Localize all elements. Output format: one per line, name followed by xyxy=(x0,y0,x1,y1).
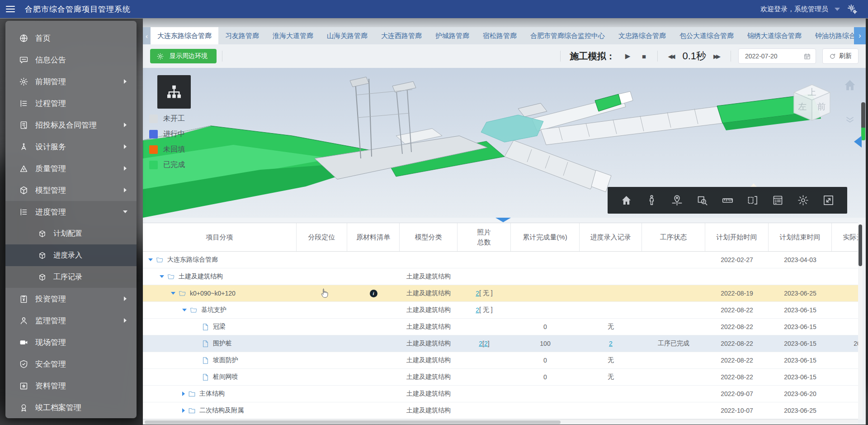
sidebar-item-16[interactable]: 安全管理 xyxy=(5,353,137,375)
sidebar-item-2[interactable]: 信息公告 xyxy=(5,49,137,71)
photo-count-link[interactable]: 2 xyxy=(476,290,479,297)
node-name[interactable]: 冠梁 xyxy=(213,323,226,331)
sidebar-item-label: 进度管理 xyxy=(35,207,66,217)
zoom-area-icon[interactable] xyxy=(696,194,708,206)
play-icon[interactable]: ▶ xyxy=(619,49,636,63)
sidebar-item-13[interactable]: 投资管理 xyxy=(5,288,137,310)
table-row-二次结构及附属[interactable]: 二次结构及附属土建及建筑结构2022-10-072023-06-25 xyxy=(143,402,858,419)
sidebar-item-18[interactable]: 竣工档案管理 xyxy=(5,396,137,418)
photo-count-link[interactable]: 2 xyxy=(479,340,482,347)
caret-down-icon[interactable] xyxy=(171,292,175,295)
gear-icon[interactable] xyxy=(797,194,809,206)
sidebar-item-15[interactable]: 现场管理 xyxy=(5,331,137,353)
table-row-围护桩[interactable]: 围护桩土建及建筑结构2 [ 2 ]1002工序已完成2022-08-222023… xyxy=(143,335,858,352)
node-name[interactable]: 土建及建筑结构 xyxy=(179,272,223,281)
fullscreen-icon[interactable] xyxy=(822,194,835,206)
user-menu-caret-icon[interactable] xyxy=(835,8,840,11)
sidebar-item-12[interactable]: 工序记录 xyxy=(5,266,137,288)
photo-count-link[interactable]: 2 xyxy=(476,306,479,314)
sidebar-item-8[interactable]: 模型管理 xyxy=(5,179,137,201)
photo-count-link[interactable]: 2 xyxy=(484,340,488,347)
view-home-icon[interactable] xyxy=(843,78,857,92)
person-walk-icon[interactable] xyxy=(646,194,658,206)
show-environment-button[interactable]: 显示周边环境 xyxy=(150,49,217,63)
sidebar-item-6[interactable]: 设计服务 xyxy=(5,136,137,158)
node-name[interactable]: 围护桩 xyxy=(213,339,232,348)
welcome-user-text[interactable]: 欢迎登录，系统管理员 xyxy=(760,5,828,14)
cell-complete-pct: 0 xyxy=(511,369,580,385)
node-name[interactable]: 桩间网喷 xyxy=(213,373,238,381)
scroll-progress-bar[interactable] xyxy=(861,102,865,140)
table-row-主体结构[interactable]: 主体结构土建及建筑结构2022-09-072023-06-20 xyxy=(143,386,858,402)
tab-project-1[interactable]: 大连东路综合管廊 xyxy=(151,27,218,44)
rewind-icon[interactable]: ◀◀ xyxy=(663,49,679,63)
tab-project-6[interactable]: 护城路管廊 xyxy=(429,27,476,44)
node-name[interactable]: 二次结构及附属 xyxy=(199,406,244,415)
sidebar-item-3[interactable]: 前期管理 xyxy=(5,71,137,92)
gears-icon[interactable] xyxy=(846,3,858,15)
refresh-button[interactable]: 刷新 xyxy=(822,48,859,64)
table-row-土建及建筑结构[interactable]: 土建及建筑结构土建及建筑结构 xyxy=(143,268,858,285)
vertical-scrollbar[interactable] xyxy=(858,223,863,419)
caret-down-icon[interactable] xyxy=(160,275,164,278)
structure-tree-button[interactable] xyxy=(157,75,191,109)
table-row-大连东路综合管廊[interactable]: 大连东路综合管廊2022-02-272023-04-03 xyxy=(143,252,858,268)
tab-project-9[interactable]: 文忠路综合管廊 xyxy=(612,27,673,44)
collapse-viewer-icon[interactable] xyxy=(495,218,511,222)
expand-panel-icon[interactable] xyxy=(854,136,862,148)
tabs-scroll-right-icon[interactable]: › xyxy=(854,27,866,44)
tab-project-7[interactable]: 宿松路管廊 xyxy=(476,27,524,44)
navigation-cube[interactable]: 上 左 前 xyxy=(785,74,839,129)
node-name[interactable]: 主体结构 xyxy=(199,390,225,398)
info-icon[interactable]: i xyxy=(370,290,377,297)
forward-icon[interactable]: ▶▶ xyxy=(709,49,725,63)
table-row-基坑支护[interactable]: 基坑支护土建及建筑结构2 [ 无 ]2022-08-222023-06-15 xyxy=(143,302,858,319)
node-name[interactable]: 基坑支护 xyxy=(201,306,226,314)
stop-icon[interactable]: ■ xyxy=(636,49,652,63)
horizontal-scrollbar[interactable] xyxy=(143,419,858,425)
hscroll-thumb[interactable] xyxy=(145,420,561,424)
tab-project-4[interactable]: 山海关路管廊 xyxy=(320,27,374,44)
structure-tree-icon xyxy=(165,83,183,101)
caret-down-icon[interactable] xyxy=(148,258,153,261)
tab-project-8[interactable]: 合肥市管廊综合监控中心 xyxy=(524,27,612,44)
tab-project-3[interactable]: 淮海大道管廊 xyxy=(266,27,320,44)
caret-right-icon[interactable] xyxy=(182,408,185,413)
pin-icon[interactable] xyxy=(671,194,683,206)
home-icon[interactable] xyxy=(620,194,632,206)
sidebar-item-11[interactable]: 进度录入 xyxy=(5,244,137,266)
vscroll-thumb[interactable] xyxy=(859,224,862,266)
hamburger-icon[interactable] xyxy=(6,6,15,12)
tab-project-2[interactable]: 习友路管廊 xyxy=(218,27,266,44)
node-name[interactable]: 大连东路综合管廊 xyxy=(167,256,218,264)
simulation-date-input[interactable]: 2022-07-20 xyxy=(738,48,816,64)
caret-down-icon[interactable] xyxy=(182,309,187,311)
cell-actual-start xyxy=(832,252,858,268)
tabs-scroll-left-icon[interactable]: ‹ xyxy=(143,27,151,44)
caret-right-icon[interactable] xyxy=(182,392,185,396)
tab-project-11[interactable]: 锦绣大道综合管廊 xyxy=(741,27,808,44)
sidebar-item-9[interactable]: 进度管理 xyxy=(5,201,137,223)
sidebar-item-7[interactable]: 质量管理 xyxy=(5,158,137,179)
list-panel-icon[interactable] xyxy=(772,194,784,206)
collapse-cube-icon[interactable] xyxy=(844,113,856,126)
sidebar-item-5[interactable]: 招投标及合同管理 xyxy=(5,114,137,136)
table-row-冠梁[interactable]: 冠梁土建及建筑结构0无2022-08-222023-06-15 xyxy=(143,319,858,335)
node-name[interactable]: 坡面防护 xyxy=(213,356,238,364)
sidebar-item-10[interactable]: 计划配置 xyxy=(5,223,137,244)
sidebar-item-17[interactable]: 资料管理 xyxy=(5,375,137,396)
table-row-k0+090~k0+120[interactable]: k0+090~k0+120i土建及建筑结构2 [ 无 ]2022-08-1920… xyxy=(143,285,858,302)
tab-project-10[interactable]: 包公大道综合管廊 xyxy=(673,27,741,44)
ruler-icon[interactable] xyxy=(722,194,734,206)
tab-project-5[interactable]: 大连西路管廊 xyxy=(374,27,429,44)
table-row-坡面防护[interactable]: 坡面防护土建及建筑结构0无2022-08-222023-06-15 xyxy=(143,352,858,369)
progress-record-text: 无 xyxy=(608,356,614,364)
node-name[interactable]: k0+090~k0+120 xyxy=(190,290,236,297)
progress-record-link[interactable]: 2 xyxy=(609,340,613,347)
bim-3d-viewer[interactable]: 未开工进行中未回填已完成 上 左 前 xyxy=(143,68,866,218)
section-icon[interactable] xyxy=(746,194,759,206)
table-row-桩间网喷[interactable]: 桩间网喷土建及建筑结构0无2022-08-222023-06-15 xyxy=(143,369,858,386)
sidebar-item-1[interactable]: 首页 xyxy=(5,27,137,49)
sidebar-item-4[interactable]: 过程管理 xyxy=(5,92,137,114)
sidebar-item-14[interactable]: 监理管理 xyxy=(5,310,137,331)
